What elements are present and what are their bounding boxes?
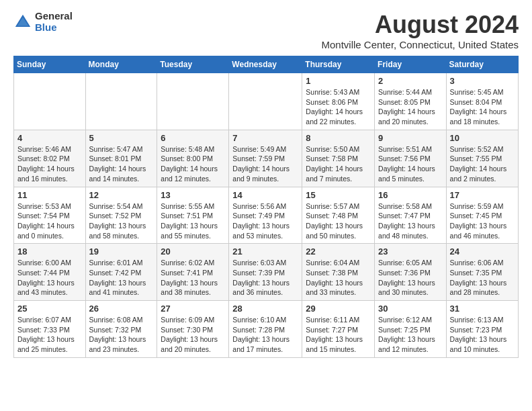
day-number: 3	[450, 76, 515, 86]
day-number: 5	[89, 133, 154, 143]
day-info: Sunrise: 5:54 AMSunset: 7:52 PMDaylight:…	[89, 201, 154, 241]
weekday-header-thursday: Thursday	[302, 56, 375, 73]
calendar-cell: 9Sunrise: 5:51 AMSunset: 7:56 PMDaylight…	[375, 130, 447, 187]
weekday-header-row: SundayMondayTuesdayWednesdayThursdayFrid…	[14, 56, 519, 73]
calendar-cell	[229, 73, 302, 130]
day-info: Sunrise: 5:53 AMSunset: 7:54 PMDaylight:…	[17, 201, 82, 241]
calendar-cell: 30Sunrise: 6:12 AMSunset: 7:25 PMDayligh…	[375, 301, 447, 358]
calendar-cell: 7Sunrise: 5:49 AMSunset: 7:59 PMDaylight…	[229, 130, 302, 187]
weekday-header-friday: Friday	[375, 56, 447, 73]
day-number: 7	[232, 133, 298, 143]
day-info: Sunrise: 5:55 AMSunset: 7:51 PMDaylight:…	[161, 201, 225, 241]
day-number: 20	[161, 246, 225, 257]
weekday-header-saturday: Saturday	[446, 56, 518, 73]
day-info: Sunrise: 5:50 AMSunset: 7:58 PMDaylight:…	[306, 144, 371, 184]
calendar-cell: 31Sunrise: 6:13 AMSunset: 7:23 PMDayligh…	[446, 301, 518, 358]
day-number: 27	[161, 304, 225, 314]
calendar-cell: 2Sunrise: 5:44 AMSunset: 8:05 PMDaylight…	[375, 73, 447, 130]
calendar-cell: 4Sunrise: 5:46 AMSunset: 8:02 PMDaylight…	[14, 130, 86, 187]
week-row-3: 11Sunrise: 5:53 AMSunset: 7:54 PMDayligh…	[14, 187, 519, 244]
weekday-header-monday: Monday	[85, 56, 157, 73]
day-info: Sunrise: 5:52 AMSunset: 7:55 PMDaylight:…	[450, 144, 515, 184]
day-info: Sunrise: 5:47 AMSunset: 8:01 PMDaylight:…	[89, 144, 154, 184]
day-info: Sunrise: 6:09 AMSunset: 7:30 PMDaylight:…	[161, 315, 225, 355]
day-number: 9	[378, 133, 443, 143]
weekday-header-sunday: Sunday	[14, 56, 86, 73]
day-info: Sunrise: 6:05 AMSunset: 7:36 PMDaylight:…	[378, 258, 443, 298]
calendar-cell: 26Sunrise: 6:08 AMSunset: 7:32 PMDayligh…	[85, 301, 157, 358]
calendar-cell: 20Sunrise: 6:02 AMSunset: 7:41 PMDayligh…	[157, 244, 229, 301]
calendar-cell: 10Sunrise: 5:52 AMSunset: 7:55 PMDayligh…	[446, 130, 518, 187]
calendar-cell: 17Sunrise: 5:59 AMSunset: 7:45 PMDayligh…	[446, 187, 518, 244]
day-info: Sunrise: 6:02 AMSunset: 7:41 PMDaylight:…	[161, 258, 225, 298]
day-number: 18	[17, 246, 82, 257]
day-number: 8	[306, 133, 371, 143]
day-number: 11	[17, 190, 82, 200]
day-info: Sunrise: 6:06 AMSunset: 7:35 PMDaylight:…	[450, 258, 515, 298]
day-info: Sunrise: 6:00 AMSunset: 7:44 PMDaylight:…	[17, 258, 82, 298]
page-header: General Blue August 2024 Montville Cente…	[13, 11, 519, 50]
week-row-4: 18Sunrise: 6:00 AMSunset: 7:44 PMDayligh…	[14, 244, 519, 301]
day-info: Sunrise: 5:59 AMSunset: 7:45 PMDaylight:…	[450, 201, 515, 241]
week-row-1: 1Sunrise: 5:43 AMSunset: 8:06 PMDaylight…	[14, 73, 519, 130]
day-number: 30	[378, 304, 443, 314]
logo: General Blue	[13, 11, 73, 33]
day-number: 22	[306, 246, 371, 257]
day-number: 24	[450, 246, 515, 257]
day-number: 21	[232, 246, 298, 257]
day-number: 23	[378, 246, 443, 257]
day-info: Sunrise: 6:03 AMSunset: 7:39 PMDaylight:…	[232, 258, 298, 298]
day-info: Sunrise: 5:44 AMSunset: 8:05 PMDaylight:…	[378, 87, 443, 127]
day-info: Sunrise: 5:48 AMSunset: 8:00 PMDaylight:…	[161, 144, 225, 184]
calendar-cell: 11Sunrise: 5:53 AMSunset: 7:54 PMDayligh…	[14, 187, 86, 244]
calendar-cell: 27Sunrise: 6:09 AMSunset: 7:30 PMDayligh…	[157, 301, 229, 358]
day-info: Sunrise: 5:46 AMSunset: 8:02 PMDaylight:…	[17, 144, 82, 184]
day-info: Sunrise: 5:49 AMSunset: 7:59 PMDaylight:…	[232, 144, 298, 184]
logo-blue-text: Blue	[35, 22, 73, 34]
calendar-cell: 18Sunrise: 6:00 AMSunset: 7:44 PMDayligh…	[14, 244, 86, 301]
calendar-cell: 28Sunrise: 6:10 AMSunset: 7:28 PMDayligh…	[229, 301, 302, 358]
day-number: 13	[161, 190, 225, 200]
day-number: 2	[378, 76, 443, 86]
day-number: 15	[306, 190, 371, 200]
calendar-cell: 14Sunrise: 5:56 AMSunset: 7:49 PMDayligh…	[229, 187, 302, 244]
day-number: 19	[89, 246, 154, 257]
day-info: Sunrise: 6:12 AMSunset: 7:25 PMDaylight:…	[378, 315, 443, 355]
day-number: 28	[232, 304, 298, 314]
title-area: August 2024 Montville Center, Connecticu…	[322, 11, 519, 50]
month-title: August 2024	[322, 11, 519, 39]
calendar-cell: 3Sunrise: 5:45 AMSunset: 8:04 PMDaylight…	[446, 73, 518, 130]
day-number: 16	[378, 190, 443, 200]
day-info: Sunrise: 6:10 AMSunset: 7:28 PMDaylight:…	[232, 315, 298, 355]
calendar-cell: 12Sunrise: 5:54 AMSunset: 7:52 PMDayligh…	[85, 187, 157, 244]
day-info: Sunrise: 5:56 AMSunset: 7:49 PMDaylight:…	[232, 201, 298, 241]
day-info: Sunrise: 5:43 AMSunset: 8:06 PMDaylight:…	[306, 87, 371, 127]
day-info: Sunrise: 6:08 AMSunset: 7:32 PMDaylight:…	[89, 315, 154, 355]
week-row-2: 4Sunrise: 5:46 AMSunset: 8:02 PMDaylight…	[14, 130, 519, 187]
day-number: 25	[17, 304, 82, 314]
calendar-cell	[157, 73, 229, 130]
day-number: 6	[161, 133, 225, 143]
calendar-cell: 6Sunrise: 5:48 AMSunset: 8:00 PMDaylight…	[157, 130, 229, 187]
calendar-cell: 5Sunrise: 5:47 AMSunset: 8:01 PMDaylight…	[85, 130, 157, 187]
logo-icon	[13, 13, 32, 32]
day-info: Sunrise: 6:07 AMSunset: 7:33 PMDaylight:…	[17, 315, 82, 355]
calendar-cell	[14, 73, 86, 130]
day-number: 14	[232, 190, 298, 200]
calendar-header: SundayMondayTuesdayWednesdayThursdayFrid…	[14, 56, 519, 73]
calendar-cell: 19Sunrise: 6:01 AMSunset: 7:42 PMDayligh…	[85, 244, 157, 301]
day-number: 29	[306, 304, 371, 314]
calendar-cell: 15Sunrise: 5:57 AMSunset: 7:48 PMDayligh…	[302, 187, 375, 244]
week-row-5: 25Sunrise: 6:07 AMSunset: 7:33 PMDayligh…	[14, 301, 519, 358]
day-info: Sunrise: 5:57 AMSunset: 7:48 PMDaylight:…	[306, 201, 371, 241]
logo-general-text: General	[35, 11, 73, 22]
calendar-cell: 25Sunrise: 6:07 AMSunset: 7:33 PMDayligh…	[14, 301, 86, 358]
day-info: Sunrise: 6:01 AMSunset: 7:42 PMDaylight:…	[89, 258, 154, 298]
calendar-cell: 24Sunrise: 6:06 AMSunset: 7:35 PMDayligh…	[446, 244, 518, 301]
day-number: 12	[89, 190, 154, 200]
calendar-cell: 29Sunrise: 6:11 AMSunset: 7:27 PMDayligh…	[302, 301, 375, 358]
day-info: Sunrise: 6:13 AMSunset: 7:23 PMDaylight:…	[450, 315, 515, 355]
weekday-header-wednesday: Wednesday	[229, 56, 302, 73]
day-info: Sunrise: 6:04 AMSunset: 7:38 PMDaylight:…	[306, 258, 371, 298]
calendar-cell: 1Sunrise: 5:43 AMSunset: 8:06 PMDaylight…	[302, 73, 375, 130]
